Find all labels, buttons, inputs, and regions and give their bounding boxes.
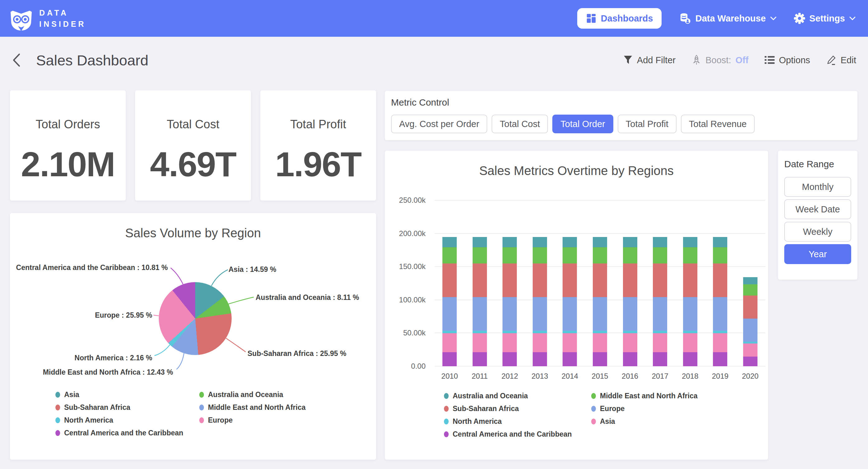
bar-segment[interactable] — [683, 263, 698, 297]
bar-segment[interactable] — [623, 333, 637, 352]
bar-segment[interactable] — [502, 331, 517, 333]
bar-segment[interactable] — [473, 263, 487, 297]
bar-segment[interactable] — [473, 352, 487, 366]
legend-item[interactable]: Australia and Oceania — [444, 392, 591, 400]
bar-segment[interactable] — [563, 237, 577, 247]
legend-item[interactable]: Europe — [591, 405, 698, 413]
bar-segment[interactable] — [442, 352, 457, 366]
bar-segment[interactable] — [593, 263, 607, 297]
metric-button-total-revenue[interactable]: Total Revenue — [681, 115, 755, 133]
bar-segment[interactable] — [533, 247, 547, 263]
metric-button-avg-cost-per-order[interactable]: Avg. Cost per Order — [391, 115, 487, 133]
legend-item[interactable]: North America — [55, 416, 199, 424]
bar-segment[interactable] — [533, 331, 547, 333]
bar-segment[interactable] — [623, 237, 637, 247]
bar-segment[interactable] — [442, 237, 457, 247]
metric-button-total-profit[interactable]: Total Profit — [618, 115, 677, 133]
bar-segment[interactable] — [442, 333, 457, 352]
legend-item[interactable]: North America — [444, 417, 591, 426]
bar-segment[interactable] — [502, 237, 517, 247]
bar-segment[interactable] — [442, 331, 457, 333]
bar-segment[interactable] — [502, 333, 517, 352]
bar-segment[interactable] — [563, 331, 577, 333]
bar-segment[interactable] — [743, 357, 757, 366]
legend-item[interactable]: Middle East and North Africa — [591, 392, 698, 400]
bar-segment[interactable] — [502, 247, 517, 263]
bar-segment[interactable] — [653, 247, 667, 263]
back-chevron-icon[interactable] — [12, 53, 21, 67]
brand[interactable]: DATA INSIDER — [9, 6, 86, 31]
bar-segment[interactable] — [442, 297, 457, 331]
metric-button-total-cost[interactable]: Total Cost — [492, 115, 548, 133]
nav-item-settings[interactable]: Settings — [794, 13, 856, 24]
add-filter-button[interactable]: Add Filter — [623, 55, 676, 65]
nav-item-dashboards[interactable]: Dashboards — [577, 8, 662, 29]
bar-segment[interactable] — [683, 297, 698, 331]
bar-segment[interactable] — [713, 237, 727, 247]
bar-segment[interactable] — [442, 263, 457, 297]
bar-segment[interactable] — [593, 247, 607, 263]
bar-segment[interactable] — [593, 331, 607, 333]
bar-segment[interactable] — [473, 297, 487, 331]
bar-segment[interactable] — [683, 237, 698, 247]
bar-segment[interactable] — [623, 331, 637, 333]
bar-segment[interactable] — [653, 297, 667, 331]
bar-segment[interactable] — [683, 247, 698, 263]
bar-segment[interactable] — [743, 319, 757, 342]
bar-segment[interactable] — [533, 237, 547, 247]
legend-item[interactable]: Asia — [591, 417, 698, 426]
bar-segment[interactable] — [713, 297, 727, 331]
bar-segment[interactable] — [683, 331, 698, 333]
bar-segment[interactable] — [623, 297, 637, 331]
bar-segment[interactable] — [743, 296, 757, 319]
bar-segment[interactable] — [563, 333, 577, 352]
bar-segment[interactable] — [473, 237, 487, 247]
bar-segment[interactable] — [623, 247, 637, 263]
bar-segment[interactable] — [713, 333, 727, 352]
bar-segment[interactable] — [533, 333, 547, 352]
bar-segment[interactable] — [683, 352, 698, 366]
bar-segment[interactable] — [623, 352, 637, 366]
bar-segment[interactable] — [502, 263, 517, 297]
boost-toggle[interactable]: Boost: Off — [692, 55, 748, 66]
legend-item[interactable]: Central America and the Caribbean — [444, 430, 591, 438]
bar-segment[interactable] — [502, 297, 517, 331]
bar-segment[interactable] — [563, 352, 577, 366]
bar-segment[interactable] — [653, 352, 667, 366]
legend-item[interactable]: Europe — [199, 416, 306, 424]
bar-segment[interactable] — [653, 237, 667, 247]
legend-item[interactable]: Australia and Oceania — [199, 390, 306, 399]
date-range-button-year[interactable]: Year — [784, 244, 851, 264]
date-range-button-monthly[interactable]: Monthly — [784, 177, 851, 197]
bar-segment[interactable] — [683, 333, 698, 352]
bar-segment[interactable] — [563, 297, 577, 331]
bar-segment[interactable] — [473, 331, 487, 333]
legend-item[interactable]: Asia — [55, 390, 199, 399]
bar-segment[interactable] — [533, 352, 547, 366]
bar-segment[interactable] — [563, 247, 577, 263]
edit-button[interactable]: Edit — [826, 55, 856, 65]
bar-segment[interactable] — [713, 352, 727, 366]
bar-segment[interactable] — [743, 284, 757, 295]
bar-segment[interactable] — [653, 331, 667, 333]
bar-segment[interactable] — [743, 277, 757, 284]
bar-segment[interactable] — [442, 247, 457, 263]
bar-segment[interactable] — [563, 263, 577, 297]
bar-segment[interactable] — [593, 333, 607, 352]
legend-item[interactable]: Sub-Saharan Africa — [55, 403, 199, 412]
legend-item[interactable]: Middle East and North Africa — [199, 403, 306, 412]
legend-item[interactable]: Central America and the Caribbean — [55, 429, 199, 437]
bar-segment[interactable] — [713, 263, 727, 297]
legend-item[interactable]: Sub-Saharan Africa — [444, 405, 591, 413]
metric-button-total-order[interactable]: Total Order — [552, 115, 613, 133]
bar-segment[interactable] — [533, 297, 547, 331]
pie-chart[interactable] — [159, 282, 231, 355]
options-button[interactable]: Options — [765, 55, 810, 65]
date-range-button-weekly[interactable]: Weekly — [784, 222, 851, 242]
bar-segment[interactable] — [593, 237, 607, 247]
bar-segment[interactable] — [713, 331, 727, 333]
bar-segment[interactable] — [473, 333, 487, 352]
bar-segment[interactable] — [473, 247, 487, 263]
bar-segment[interactable] — [593, 352, 607, 366]
bar-segment[interactable] — [533, 263, 547, 297]
